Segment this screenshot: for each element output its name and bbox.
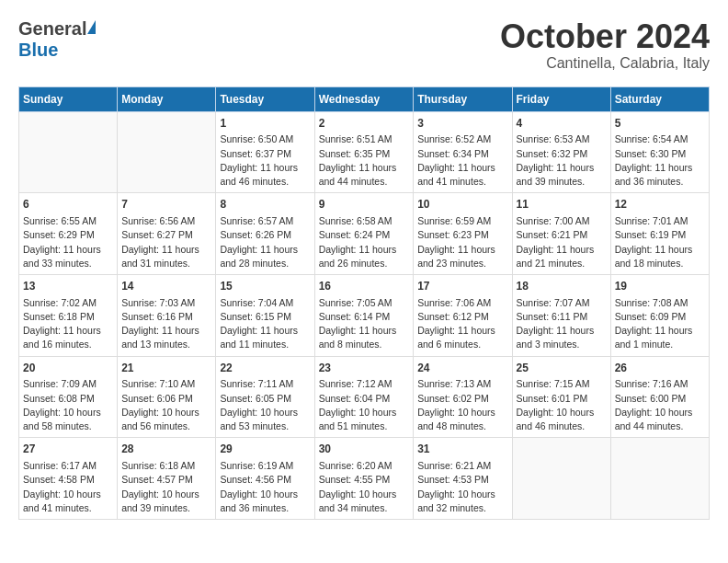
calendar-cell: 25Sunrise: 7:15 AM Sunset: 6:01 PM Dayli… xyxy=(512,356,610,438)
day-number: 13 xyxy=(23,279,113,294)
header-friday: Friday xyxy=(512,86,610,111)
day-number: 26 xyxy=(615,361,705,376)
calendar-table: SundayMondayTuesdayWednesdayThursdayFrid… xyxy=(18,86,710,520)
day-info: Sunrise: 7:02 AM Sunset: 6:18 PM Dayligh… xyxy=(23,296,113,352)
day-number: 30 xyxy=(319,442,410,457)
calendar-cell: 3Sunrise: 6:52 AM Sunset: 6:34 PM Daylig… xyxy=(414,111,512,193)
day-number: 19 xyxy=(615,279,705,294)
day-number: 27 xyxy=(23,442,113,457)
day-info: Sunrise: 7:06 AM Sunset: 6:12 PM Dayligh… xyxy=(417,296,507,352)
calendar-cell: 24Sunrise: 7:13 AM Sunset: 6:02 PM Dayli… xyxy=(414,356,512,438)
header-saturday: Saturday xyxy=(610,86,709,111)
header-thursday: Thursday xyxy=(414,86,512,111)
day-info: Sunrise: 7:05 AM Sunset: 6:14 PM Dayligh… xyxy=(319,296,410,352)
calendar-cell: 2Sunrise: 6:51 AM Sunset: 6:35 PM Daylig… xyxy=(314,111,414,193)
day-info: Sunrise: 7:04 AM Sunset: 6:15 PM Dayligh… xyxy=(220,296,310,352)
calendar-cell: 20Sunrise: 7:09 AM Sunset: 6:08 PM Dayli… xyxy=(19,356,118,438)
calendar-cell: 5Sunrise: 6:54 AM Sunset: 6:30 PM Daylig… xyxy=(610,111,709,193)
calendar-cell: 26Sunrise: 7:16 AM Sunset: 6:00 PM Dayli… xyxy=(610,356,709,438)
day-info: Sunrise: 7:03 AM Sunset: 6:16 PM Dayligh… xyxy=(121,296,211,352)
day-number: 3 xyxy=(417,116,507,132)
day-info: Sunrise: 6:20 AM Sunset: 4:55 PM Dayligh… xyxy=(319,459,410,515)
day-number: 5 xyxy=(615,116,705,132)
calendar-cell: 12Sunrise: 7:01 AM Sunset: 6:19 PM Dayli… xyxy=(610,193,709,275)
calendar-cell: 23Sunrise: 7:12 AM Sunset: 6:04 PM Dayli… xyxy=(314,356,414,438)
day-info: Sunrise: 6:58 AM Sunset: 6:24 PM Dayligh… xyxy=(319,214,410,270)
page-header: General Blue October 2024 Cantinella, Ca… xyxy=(18,18,710,72)
day-number: 7 xyxy=(121,197,211,213)
day-info: Sunrise: 6:53 AM Sunset: 6:32 PM Dayligh… xyxy=(517,132,607,189)
calendar-cell: 14Sunrise: 7:03 AM Sunset: 6:16 PM Dayli… xyxy=(118,274,216,356)
day-number: 20 xyxy=(23,361,113,376)
calendar-cell: 7Sunrise: 6:56 AM Sunset: 6:27 PM Daylig… xyxy=(118,193,216,275)
day-number: 9 xyxy=(319,197,410,213)
day-info: Sunrise: 6:50 AM Sunset: 6:37 PM Dayligh… xyxy=(220,132,310,189)
calendar-cell: 21Sunrise: 7:10 AM Sunset: 6:06 PM Dayli… xyxy=(118,356,216,438)
calendar-week-row: 27Sunrise: 6:17 AM Sunset: 4:58 PM Dayli… xyxy=(19,438,710,520)
day-info: Sunrise: 6:18 AM Sunset: 4:57 PM Dayligh… xyxy=(121,459,211,515)
header-tuesday: Tuesday xyxy=(216,86,314,111)
calendar-cell: 31Sunrise: 6:21 AM Sunset: 4:53 PM Dayli… xyxy=(414,438,512,520)
day-number: 24 xyxy=(417,361,507,376)
logo-blue: Blue xyxy=(18,40,58,60)
calendar-cell: 9Sunrise: 6:58 AM Sunset: 6:24 PM Daylig… xyxy=(314,193,414,275)
logo-general: General xyxy=(18,18,86,40)
day-number: 31 xyxy=(417,442,507,457)
day-info: Sunrise: 7:09 AM Sunset: 6:08 PM Dayligh… xyxy=(23,377,113,433)
day-info: Sunrise: 7:11 AM Sunset: 6:05 PM Dayligh… xyxy=(220,377,310,433)
calendar-cell: 8Sunrise: 6:57 AM Sunset: 6:26 PM Daylig… xyxy=(216,193,314,275)
title-section: October 2024 Cantinella, Calabria, Italy xyxy=(500,18,710,72)
day-info: Sunrise: 7:00 AM Sunset: 6:21 PM Dayligh… xyxy=(517,214,607,270)
calendar-cell xyxy=(118,111,216,193)
day-info: Sunrise: 7:12 AM Sunset: 6:04 PM Dayligh… xyxy=(319,377,410,433)
day-number: 14 xyxy=(121,279,211,294)
calendar-cell: 28Sunrise: 6:18 AM Sunset: 4:57 PM Dayli… xyxy=(118,438,216,520)
calendar-cell: 1Sunrise: 6:50 AM Sunset: 6:37 PM Daylig… xyxy=(216,111,314,193)
calendar-cell: 10Sunrise: 6:59 AM Sunset: 6:23 PM Dayli… xyxy=(414,193,512,275)
calendar-header-row: SundayMondayTuesdayWednesdayThursdayFrid… xyxy=(19,86,710,111)
day-info: Sunrise: 6:59 AM Sunset: 6:23 PM Dayligh… xyxy=(417,214,507,270)
day-info: Sunrise: 6:52 AM Sunset: 6:34 PM Dayligh… xyxy=(417,132,507,189)
day-number: 1 xyxy=(220,116,310,132)
calendar-cell xyxy=(512,438,610,520)
day-info: Sunrise: 6:21 AM Sunset: 4:53 PM Dayligh… xyxy=(417,459,507,515)
day-info: Sunrise: 7:16 AM Sunset: 6:00 PM Dayligh… xyxy=(615,377,705,433)
day-number: 18 xyxy=(517,279,607,294)
calendar-cell: 11Sunrise: 7:00 AM Sunset: 6:21 PM Dayli… xyxy=(512,193,610,275)
day-number: 22 xyxy=(220,361,310,376)
day-number: 12 xyxy=(615,197,705,213)
calendar-cell: 29Sunrise: 6:19 AM Sunset: 4:56 PM Dayli… xyxy=(216,438,314,520)
calendar-week-row: 13Sunrise: 7:02 AM Sunset: 6:18 PM Dayli… xyxy=(19,274,710,356)
location-title: Cantinella, Calabria, Italy xyxy=(500,55,710,72)
day-info: Sunrise: 7:10 AM Sunset: 6:06 PM Dayligh… xyxy=(121,377,211,433)
calendar-cell: 16Sunrise: 7:05 AM Sunset: 6:14 PM Dayli… xyxy=(314,274,414,356)
day-number: 15 xyxy=(220,279,310,294)
day-number: 8 xyxy=(220,197,310,213)
calendar-week-row: 20Sunrise: 7:09 AM Sunset: 6:08 PM Dayli… xyxy=(19,356,710,438)
day-number: 17 xyxy=(417,279,507,294)
day-info: Sunrise: 6:19 AM Sunset: 4:56 PM Dayligh… xyxy=(220,459,310,515)
header-wednesday: Wednesday xyxy=(314,86,414,111)
calendar-cell: 4Sunrise: 6:53 AM Sunset: 6:32 PM Daylig… xyxy=(512,111,610,193)
calendar-cell: 18Sunrise: 7:07 AM Sunset: 6:11 PM Dayli… xyxy=(512,274,610,356)
day-number: 23 xyxy=(319,361,410,376)
day-info: Sunrise: 7:01 AM Sunset: 6:19 PM Dayligh… xyxy=(615,214,705,270)
month-title: October 2024 xyxy=(500,18,710,55)
calendar-cell: 13Sunrise: 7:02 AM Sunset: 6:18 PM Dayli… xyxy=(19,274,118,356)
day-info: Sunrise: 6:54 AM Sunset: 6:30 PM Dayligh… xyxy=(615,132,705,189)
logo-triangle-icon xyxy=(87,20,96,34)
day-info: Sunrise: 7:07 AM Sunset: 6:11 PM Dayligh… xyxy=(517,296,607,352)
calendar-cell: 22Sunrise: 7:11 AM Sunset: 6:05 PM Dayli… xyxy=(216,356,314,438)
day-number: 4 xyxy=(517,116,607,132)
calendar-cell: 19Sunrise: 7:08 AM Sunset: 6:09 PM Dayli… xyxy=(610,274,709,356)
logo: General Blue xyxy=(18,18,96,61)
header-monday: Monday xyxy=(118,86,216,111)
day-number: 29 xyxy=(220,442,310,457)
day-info: Sunrise: 7:08 AM Sunset: 6:09 PM Dayligh… xyxy=(615,296,705,352)
day-info: Sunrise: 6:51 AM Sunset: 6:35 PM Dayligh… xyxy=(319,132,410,189)
calendar-cell: 27Sunrise: 6:17 AM Sunset: 4:58 PM Dayli… xyxy=(19,438,118,520)
calendar-week-row: 6Sunrise: 6:55 AM Sunset: 6:29 PM Daylig… xyxy=(19,193,710,275)
calendar-week-row: 1Sunrise: 6:50 AM Sunset: 6:37 PM Daylig… xyxy=(19,111,710,193)
day-info: Sunrise: 6:57 AM Sunset: 6:26 PM Dayligh… xyxy=(220,214,310,270)
calendar-cell: 6Sunrise: 6:55 AM Sunset: 6:29 PM Daylig… xyxy=(19,193,118,275)
